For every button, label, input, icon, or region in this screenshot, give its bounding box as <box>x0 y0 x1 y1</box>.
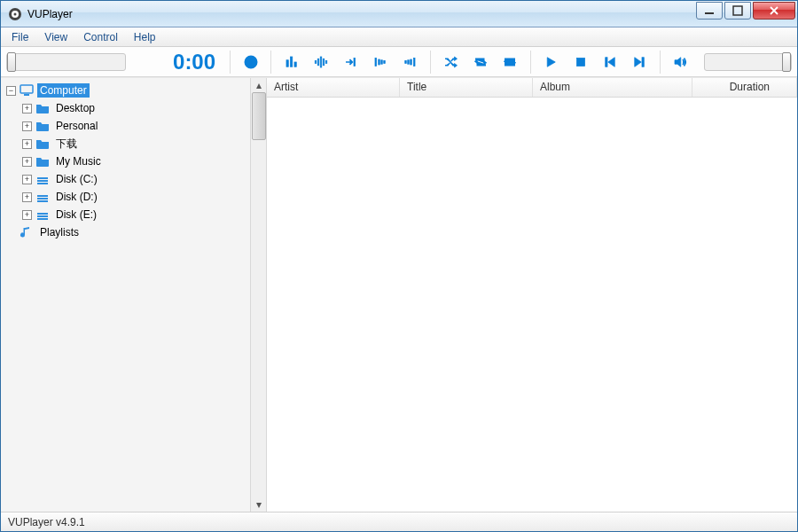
tree-label: Disk (D:) <box>53 190 100 204</box>
column-album[interactable]: Album <box>533 78 692 97</box>
folder-tree[interactable]: − Computer +Desktop+Personal+下载+My Music… <box>1 78 266 245</box>
volume-slider[interactable] <box>704 53 792 71</box>
titlebar[interactable]: VUPlayer <box>1 1 797 27</box>
svg-rect-21 <box>414 58 416 66</box>
svg-rect-28 <box>20 85 33 93</box>
folder-icon <box>35 119 50 133</box>
svg-rect-8 <box>286 59 288 66</box>
tree-node[interactable]: +My Music <box>1 153 266 170</box>
expand-icon[interactable]: + <box>22 104 32 113</box>
svg-rect-20 <box>384 60 386 63</box>
play-button[interactable] <box>540 51 562 74</box>
svg-rect-34 <box>37 198 48 200</box>
tree-label: My Music <box>53 154 104 168</box>
column-artist[interactable]: Artist <box>267 78 400 97</box>
skip-fwd-markers-button[interactable] <box>399 51 421 74</box>
time-display: 0:00 <box>133 50 221 74</box>
svg-rect-33 <box>37 195 48 197</box>
close-button[interactable] <box>753 2 795 20</box>
equalizer-button[interactable] <box>280 51 302 74</box>
skip-back-markers-button[interactable] <box>369 51 391 74</box>
svg-rect-19 <box>381 59 383 64</box>
menubar: File View Control Help <box>1 27 797 47</box>
tree-node-playlists[interactable]: Playlists <box>1 223 266 241</box>
svg-rect-30 <box>37 177 48 179</box>
svg-rect-36 <box>37 213 48 215</box>
convert-button[interactable] <box>340 51 362 74</box>
scroll-down-icon[interactable]: ▾ <box>252 497 266 512</box>
tree-node[interactable]: +Disk (D:) <box>1 188 266 206</box>
next-button[interactable] <box>629 51 651 74</box>
repeat-one-button[interactable] <box>469 51 491 74</box>
scroll-up-icon[interactable]: ▴ <box>252 78 266 92</box>
svg-rect-18 <box>379 59 380 65</box>
shuffle-button[interactable] <box>440 51 462 74</box>
tree-label: 下载 <box>53 136 80 153</box>
menu-view[interactable]: View <box>37 29 74 45</box>
expand-icon[interactable]: + <box>22 210 32 220</box>
tree-label: Disk (C:) <box>53 172 100 186</box>
tree-node-computer[interactable]: − Computer <box>1 82 266 99</box>
disk-icon <box>35 190 50 204</box>
statusbar: VUPlayer v4.9.1 <box>1 512 797 531</box>
app-window: VUPlayer File View Control Help 0:00 <box>0 0 798 532</box>
volume-icon[interactable] <box>669 51 692 74</box>
tree-node[interactable]: +Personal <box>1 117 266 135</box>
svg-rect-27 <box>642 57 644 66</box>
svg-rect-32 <box>37 183 48 184</box>
expand-icon[interactable]: + <box>22 157 32 167</box>
svg-rect-17 <box>375 58 377 66</box>
status-text: VUPlayer v4.9.1 <box>8 516 85 528</box>
seek-slider[interactable] <box>6 53 126 71</box>
svg-rect-23 <box>408 59 410 64</box>
tree-label: Playlists <box>37 225 82 239</box>
tree-scrollbar[interactable]: ▴ ▾ <box>250 78 266 512</box>
expand-icon[interactable]: + <box>22 192 32 202</box>
svg-rect-9 <box>290 57 292 66</box>
svg-rect-14 <box>323 59 325 66</box>
disk-icon <box>35 207 50 222</box>
svg-rect-16 <box>354 58 356 66</box>
svg-rect-37 <box>37 215 48 217</box>
maximize-button[interactable] <box>724 2 751 20</box>
separator <box>270 51 271 74</box>
tree-node[interactable]: +Disk (E:) <box>1 206 266 223</box>
svg-rect-7 <box>250 58 252 59</box>
minimize-button[interactable] <box>696 2 723 20</box>
svg-rect-12 <box>317 59 319 66</box>
stop-button[interactable] <box>569 51 591 74</box>
expand-icon[interactable]: + <box>22 121 32 131</box>
expand-icon[interactable]: + <box>22 175 32 184</box>
list-header: Artist Title Album Duration <box>267 78 797 98</box>
seek-thumb[interactable] <box>7 52 16 72</box>
folder-icon <box>35 101 50 115</box>
svg-rect-10 <box>294 62 296 66</box>
tree-node[interactable]: +Desktop <box>1 99 266 117</box>
folder-icon <box>35 154 50 168</box>
menu-control[interactable]: Control <box>76 29 125 45</box>
tree-node[interactable]: +下载 <box>1 135 266 153</box>
svg-rect-31 <box>37 180 48 182</box>
menu-file[interactable]: File <box>4 29 35 45</box>
collapse-icon[interactable]: − <box>6 86 16 96</box>
svg-rect-13 <box>320 57 322 67</box>
menu-help[interactable]: Help <box>127 29 163 45</box>
disk-icon <box>35 172 50 186</box>
info-button[interactable] <box>239 51 262 74</box>
svg-rect-6 <box>250 60 252 65</box>
tree-node[interactable]: +Disk (C:) <box>1 170 266 188</box>
monitor-icon <box>20 83 34 98</box>
track-list[interactable] <box>267 98 797 512</box>
visualizer-button[interactable] <box>310 51 332 74</box>
column-title[interactable]: Title <box>400 78 533 97</box>
tree-label: Desktop <box>53 101 98 115</box>
repeat-all-button[interactable] <box>498 51 520 74</box>
previous-button[interactable] <box>598 51 621 74</box>
svg-rect-11 <box>315 60 317 63</box>
expand-icon[interactable]: + <box>22 139 32 149</box>
volume-thumb[interactable] <box>782 52 791 72</box>
column-duration[interactable]: Duration <box>692 78 797 97</box>
svg-rect-29 <box>24 94 29 96</box>
tree-label: Disk (E:) <box>53 207 99 222</box>
scroll-thumb[interactable] <box>252 92 266 140</box>
